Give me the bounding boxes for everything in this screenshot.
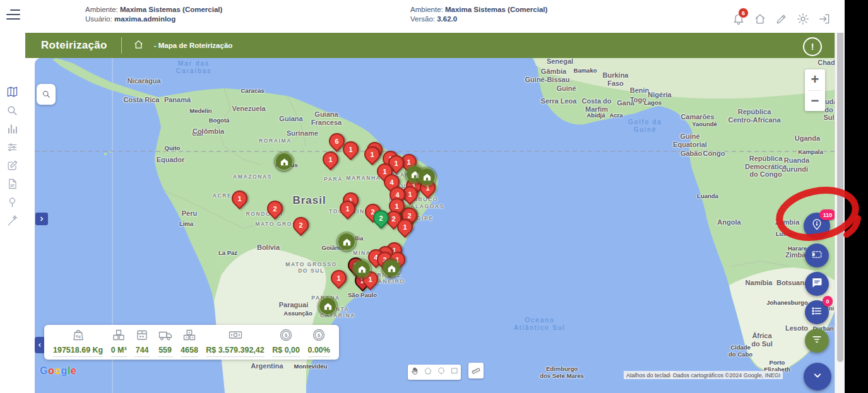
expand-panel-button[interactable] — [35, 213, 48, 225]
sidebar-item-tools[interactable] — [6, 215, 19, 228]
ambiente-value: Maxima Sistemas (Comercial) — [120, 6, 222, 13]
collapse-stats-button[interactable] — [35, 337, 44, 353]
stop-marker[interactable]: 1 — [364, 146, 380, 162]
page-title: Roteirização — [41, 39, 107, 52]
sidebar-item-edit[interactable] — [6, 160, 19, 172]
ambiente-label: Ambiente: — [85, 6, 118, 13]
environment-info: Ambiente: Maxima Sistemas (Comercial) Us… — [85, 5, 222, 24]
depot-marker[interactable] — [318, 296, 338, 316]
filter-icon — [811, 333, 823, 348]
notification-badge: 6 — [738, 8, 749, 18]
sidebar-item-documents[interactable] — [6, 178, 19, 191]
sidebar-item-locations[interactable] — [6, 196, 19, 209]
box-icon — [134, 327, 150, 346]
stat-vehicles: 559 — [158, 327, 173, 357]
stat-value: 559 — [158, 346, 172, 355]
stat-value: 0 M³ — [111, 346, 127, 355]
stop-marker[interactable]: 2 — [373, 210, 389, 226]
scrollbar-track — [835, 0, 845, 393]
depot-marker[interactable] — [352, 259, 372, 279]
warehouse-icon — [352, 259, 372, 279]
keyboard-shortcuts[interactable]: Atalhos do teclado — [624, 371, 675, 379]
packages-icon — [182, 327, 197, 346]
warehouse-icon — [417, 167, 437, 187]
draw-tool-rectangle[interactable] — [448, 365, 461, 380]
stat-percent: $ 0.00% — [307, 327, 330, 357]
fab-filter[interactable] — [805, 329, 829, 353]
polygon-icon — [424, 367, 432, 378]
svg-text:Kg: Kg — [76, 334, 80, 338]
depot-marker[interactable] — [381, 258, 401, 278]
menu-icon[interactable] — [6, 8, 21, 21]
draw-tool-pan[interactable] — [408, 365, 421, 380]
home-icon[interactable] — [133, 39, 144, 52]
screen-edge — [845, 0, 868, 393]
stat-value: R$ 3.579.392,42 — [206, 346, 264, 355]
stat-weight: Kg 197518.69 Kg — [53, 327, 103, 357]
hand-icon — [410, 367, 419, 378]
weight-icon: Kg — [71, 327, 86, 346]
depot-marker[interactable] — [274, 151, 294, 172]
pin-fab-icon — [811, 218, 823, 233]
sidebar-item-parameters[interactable] — [6, 141, 19, 154]
stat-value: R$ 0,00 — [272, 346, 300, 355]
stop-marker[interactable]: 2 — [267, 201, 283, 216]
map-canvas[interactable]: Mar das CaraíbasNicaráguaCosta RicaPanam… — [35, 58, 838, 393]
notifications-icon[interactable]: 6 — [732, 13, 746, 26]
cubes-icon — [111, 327, 126, 346]
draw-tool-polygon[interactable] — [421, 365, 434, 380]
warehouse-icon — [381, 258, 401, 278]
warehouse-icon — [274, 151, 294, 172]
zoom-out-button[interactable]: − — [805, 91, 825, 112]
stat-orders: 744 — [134, 327, 150, 357]
fab-badge-route-list: 0 — [823, 296, 833, 307]
exit-icon[interactable] — [818, 13, 832, 26]
stat-total-value: R$ 3.579.392,42 — [206, 327, 264, 357]
svg-text:$: $ — [285, 332, 288, 338]
breadcrumb: - Mapa de Roteirização — [154, 42, 233, 49]
edit-icon[interactable] — [775, 13, 789, 26]
stop-marker[interactable]: 2 — [293, 217, 309, 233]
coin-icon: $ — [278, 327, 294, 346]
fab-chat[interactable] — [805, 272, 829, 296]
stop-marker[interactable]: 1 — [232, 191, 247, 206]
version-info: Ambiente: Maxima Sistemas (Comercial) Ve… — [410, 5, 547, 24]
stop-marker[interactable]: 1 — [323, 151, 338, 167]
stat-value: 197518.69 Kg — [53, 346, 103, 355]
alert-button[interactable]: ! — [803, 37, 822, 56]
stop-marker[interactable]: 1 — [343, 141, 359, 157]
sidebar-item-reports[interactable] — [6, 123, 19, 136]
draw-tool-circle[interactable] — [434, 365, 448, 380]
depot-marker[interactable] — [336, 232, 357, 252]
stat-value2: $ R$ 0,00 — [272, 327, 300, 357]
stop-marker[interactable]: 1 — [397, 219, 413, 235]
home-icon[interactable] — [754, 13, 768, 26]
zoom-in-button[interactable]: + — [805, 69, 825, 90]
module-toolbar: Roteirização - Mapa de Roteirização ! — [25, 33, 838, 58]
map-attribution: Dados cartográficos ©2024 Google, INEGI — [670, 371, 783, 379]
list-icon — [811, 305, 823, 320]
scrollbar-thumb[interactable] — [837, 11, 843, 362]
fab-collapse-panel[interactable] — [804, 363, 831, 390]
settings-icon[interactable] — [797, 13, 811, 26]
coin-icon: $ — [311, 327, 326, 346]
fab-select-area[interactable] — [805, 243, 829, 267]
warehouse-icon — [336, 232, 357, 252]
measure-button[interactable] — [468, 363, 484, 378]
usuario-value: maxima.adminlog — [114, 15, 175, 23]
google-logo[interactable]: Google — [40, 365, 76, 377]
top-header: Ambiente: Maxima Sistemas (Comercial) Us… — [0, 0, 845, 33]
sidebar-item-search[interactable] — [6, 105, 19, 117]
stat-volume: 0 M³ — [111, 327, 127, 357]
stop-marker[interactable]: 1 — [331, 270, 347, 286]
warehouse-icon — [318, 296, 338, 316]
banknote-icon — [228, 327, 243, 346]
stat-value: 0.00% — [307, 346, 330, 355]
sidebar-item-map[interactable] — [6, 86, 19, 98]
square-icon — [450, 367, 459, 378]
svg-text:$: $ — [318, 332, 321, 338]
dashed-rect-icon — [811, 248, 823, 263]
depot-marker[interactable] — [417, 167, 437, 187]
stop-marker[interactable]: 1 — [340, 201, 355, 216]
map-search-button[interactable] — [37, 84, 56, 105]
